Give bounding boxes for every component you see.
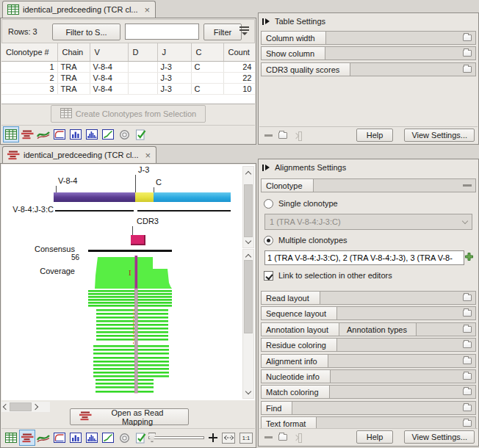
- column-header[interactable]: C: [191, 43, 223, 61]
- cdr3-annotation[interactable]: [131, 235, 145, 245]
- settings-section-find[interactable]: Find: [261, 401, 476, 415]
- histogram-icon[interactable]: [84, 430, 100, 446]
- filter-button[interactable]: Filter: [204, 24, 242, 40]
- section-label[interactable]: Show column: [262, 47, 325, 59]
- column-header[interactable]: Count: [223, 43, 255, 61]
- section-label[interactable]: Read layout: [262, 292, 320, 304]
- fit-width-icon[interactable]: [222, 433, 235, 444]
- folder-icon[interactable]: [463, 420, 472, 427]
- settings-section-match-coloring[interactable]: Match coloring: [261, 385, 476, 399]
- section-label[interactable]: Column width: [262, 32, 326, 44]
- folder-icon[interactable]: [463, 295, 472, 301]
- advanced-filter-icon[interactable]: [240, 26, 249, 35]
- folder-icon[interactable]: [463, 373, 472, 380]
- overview-scrollbar[interactable]: [242, 166, 254, 248]
- view-settings-button[interactable]: View Settings...: [404, 430, 475, 444]
- scroll-right-icon[interactable]: [32, 404, 38, 410]
- folder-icon[interactable]: [463, 35, 472, 41]
- folder-icon[interactable]: [278, 132, 287, 139]
- section-label[interactable]: CDR3 quality scores: [262, 63, 350, 76]
- settings-section-sequence-layout[interactable]: Sequence layout: [261, 306, 476, 320]
- column-header[interactable]: D: [128, 43, 157, 61]
- histogram-icon[interactable]: [84, 126, 100, 142]
- checkbox-icon[interactable]: [264, 271, 273, 281]
- folder-icon[interactable]: [463, 66, 472, 73]
- scroll-down-icon[interactable]: [243, 236, 253, 248]
- line-chart-icon[interactable]: [51, 126, 68, 142]
- section-label[interactable]: Nucleotide info: [262, 370, 331, 383]
- help-button[interactable]: Help: [356, 129, 394, 142]
- line-chart-icon[interactable]: [51, 430, 68, 446]
- link-selection-option[interactable]: Link to selection in other editors: [264, 271, 392, 281]
- settings-section-annotation-layout[interactable]: Annotation layoutAnnotation types: [261, 322, 476, 336]
- v-segment[interactable]: [54, 192, 135, 202]
- folder-icon[interactable]: [463, 389, 472, 395]
- collapse-section-icon[interactable]: [463, 184, 472, 187]
- scatter-plot-icon[interactable]: [100, 430, 116, 446]
- radio-icon[interactable]: [264, 236, 273, 245]
- search-input[interactable]: [125, 24, 199, 40]
- close-icon[interactable]: ×: [145, 5, 151, 15]
- settings-section-residue-coloring[interactable]: Residue coloring: [261, 338, 476, 352]
- folder-icon[interactable]: [463, 405, 472, 411]
- settings-section-cdr3-quality-scores[interactable]: CDR3 quality scores: [261, 62, 476, 76]
- scrollbar-thumb[interactable]: [244, 260, 253, 333]
- open-as-read-mapping-button[interactable]: Open as Read Mapping: [70, 408, 189, 425]
- collapse-panel-icon[interactable]: [262, 165, 270, 171]
- history-icon[interactable]: [116, 430, 132, 446]
- folder-icon[interactable]: [463, 342, 472, 348]
- tab-alignment-view[interactable]: identical_predceeding (TCR cl... ×: [2, 146, 156, 163]
- graphs-icon[interactable]: [35, 126, 51, 142]
- read-mapping-icon[interactable]: [19, 126, 35, 142]
- report-icon[interactable]: [132, 430, 148, 446]
- column-header[interactable]: Chain: [57, 43, 90, 61]
- scrollbar-thumb[interactable]: [244, 184, 253, 237]
- bar-chart-icon[interactable]: [68, 430, 84, 446]
- section-label[interactable]: Clonotype: [262, 179, 314, 192]
- filter-to-selection-button[interactable]: Filter to S...: [52, 24, 120, 40]
- zoom-slider[interactable]: [148, 433, 204, 443]
- view-settings-button[interactable]: View Settings...: [404, 129, 475, 142]
- graphs-icon[interactable]: [35, 430, 51, 446]
- c-segment[interactable]: [154, 192, 231, 202]
- radio-icon[interactable]: [264, 199, 273, 209]
- scrollbar-thumb[interactable]: [10, 402, 32, 411]
- table-icon[interactable]: [3, 126, 19, 142]
- settings-section-read-layout[interactable]: Read layout: [261, 291, 476, 305]
- settings-section-alignment-info[interactable]: Alignment info: [261, 354, 476, 368]
- table-row[interactable]: 3TRAV-8-4J-3C10: [1, 83, 255, 94]
- column-header[interactable]: J: [157, 43, 191, 61]
- section-label[interactable]: Residue coloring: [262, 339, 337, 351]
- section-label[interactable]: Match coloring: [262, 386, 330, 398]
- folder-icon[interactable]: [463, 50, 472, 57]
- multiple-clonotypes-option[interactable]: Multiple clonotypes: [264, 236, 347, 245]
- column-header[interactable]: Clonotype #: [1, 43, 57, 61]
- history-icon[interactable]: [116, 126, 132, 142]
- section-label[interactable]: Sequence layout: [262, 307, 337, 319]
- bar-chart-icon[interactable]: [68, 126, 84, 142]
- zoom-in-icon[interactable]: [209, 433, 217, 442]
- reads-scrollbar[interactable]: [242, 249, 254, 399]
- table-row[interactable]: 2TRAV-8-4J-322: [1, 72, 255, 83]
- read-mapping-icon[interactable]: [19, 430, 35, 446]
- scroll-up-icon[interactable]: [243, 167, 253, 178]
- add-clonotype-icon[interactable]: [464, 252, 474, 261]
- folder-icon[interactable]: [463, 326, 472, 333]
- collapse-all-icon[interactable]: [264, 134, 273, 137]
- folder-icon[interactable]: [463, 310, 472, 317]
- settings-section-nucleotide-info[interactable]: Nucleotide info: [261, 369, 476, 383]
- table-icon[interactable]: [3, 430, 19, 446]
- settings-section-show-column[interactable]: Show column: [261, 46, 476, 60]
- report-icon[interactable]: [132, 126, 148, 142]
- section-label[interactable]: Find: [262, 402, 292, 414]
- scroll-up-icon[interactable]: [243, 250, 253, 261]
- j-segment[interactable]: [135, 192, 154, 202]
- scroll-down-icon[interactable]: [243, 387, 253, 398]
- settings-section-column-width[interactable]: Column width: [261, 31, 476, 45]
- table-row[interactable]: 1TRAV-8-4J-3C24: [1, 61, 255, 72]
- help-button[interactable]: Help: [356, 430, 394, 444]
- horizontal-scrollbar[interactable]: [1, 402, 50, 412]
- single-clonotype-option[interactable]: Single clonotype: [264, 199, 338, 209]
- column-header[interactable]: V: [90, 43, 128, 61]
- close-icon[interactable]: ×: [145, 151, 151, 160]
